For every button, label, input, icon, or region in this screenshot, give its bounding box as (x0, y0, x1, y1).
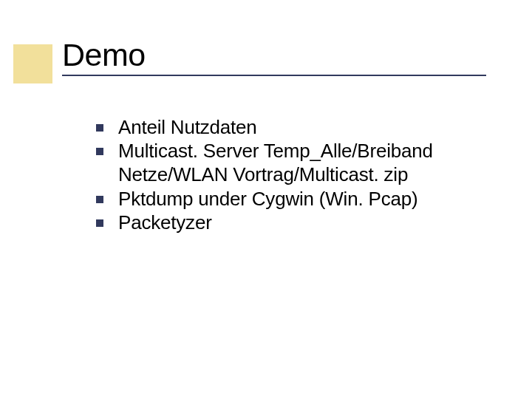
list-item-text: Multicast. Server Temp_Alle/Breiband Net… (118, 139, 488, 186)
title-block: Demo (62, 37, 488, 76)
bullet-square-icon (96, 196, 103, 203)
bullet-square-icon (96, 124, 103, 132)
slide: Demo Anteil Nutzdaten Multicast. Server … (0, 0, 532, 399)
title-underline (62, 75, 486, 76)
slide-title: Demo (62, 37, 488, 73)
list-item: Multicast. Server Temp_Alle/Breiband Net… (96, 139, 488, 186)
list-item: Packetyzer (96, 211, 488, 234)
list-item: Anteil Nutzdaten (96, 115, 488, 139)
list-item: Pktdump under Cygwin (Win. Pcap) (96, 187, 488, 211)
title-accent-square (13, 44, 52, 83)
list-item-text: Packetyzer (118, 211, 212, 234)
list-item-text: Pktdump under Cygwin (Win. Pcap) (118, 187, 417, 211)
list-item-text: Anteil Nutzdaten (118, 115, 257, 139)
bullet-square-icon (96, 219, 103, 227)
bullet-list: Anteil Nutzdaten Multicast. Server Temp_… (96, 115, 488, 234)
bullet-square-icon (96, 148, 103, 155)
